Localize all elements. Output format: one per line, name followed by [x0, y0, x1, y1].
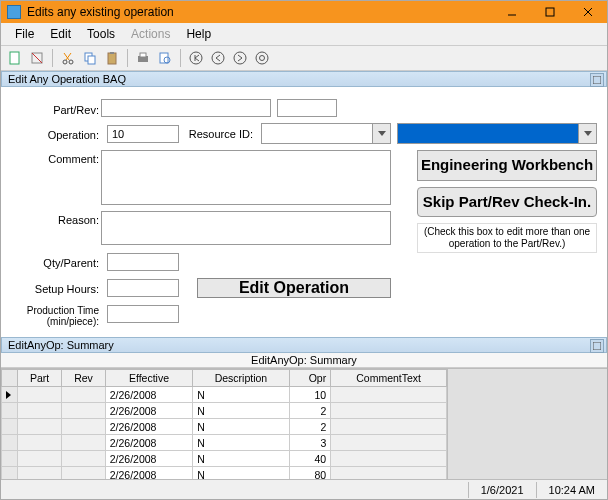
table-row[interactable]: 2/26/2008N2 — [2, 419, 447, 435]
cell[interactable]: 2/26/2008 — [105, 435, 192, 451]
comment-field[interactable] — [101, 150, 391, 205]
cell[interactable]: 3 — [289, 435, 331, 451]
paste-icon[interactable] — [102, 48, 122, 68]
status-date: 1/6/2021 — [468, 482, 536, 498]
cell[interactable] — [62, 467, 105, 480]
cell[interactable]: N — [193, 403, 290, 419]
nav-first-icon[interactable] — [186, 48, 206, 68]
cell[interactable]: N — [193, 451, 290, 467]
col-effective[interactable]: Effective — [105, 370, 192, 387]
close-button[interactable] — [569, 1, 607, 23]
table-row[interactable]: 2/26/2008N2 — [2, 403, 447, 419]
chevron-down-icon[interactable] — [372, 124, 390, 143]
cell[interactable]: N — [193, 467, 290, 480]
skip-checkin-button[interactable]: Skip Part/Rev Check-In. — [417, 187, 597, 218]
row-selector[interactable] — [2, 387, 18, 403]
cell[interactable]: 80 — [289, 467, 331, 480]
setup-hours-field[interactable] — [107, 279, 179, 297]
menu-tools[interactable]: Tools — [79, 25, 123, 43]
col-part[interactable]: Part — [18, 370, 62, 387]
edit-operation-button[interactable]: Edit Operation — [197, 278, 391, 298]
cell[interactable] — [331, 387, 447, 403]
engineering-workbench-button[interactable]: Engineering Workbench — [417, 150, 597, 181]
table-row[interactable]: 2/26/2008N80 — [2, 467, 447, 480]
cell[interactable]: 40 — [289, 451, 331, 467]
cell[interactable] — [18, 451, 62, 467]
cell[interactable] — [18, 419, 62, 435]
rev-field[interactable] — [277, 99, 337, 117]
cell[interactable] — [331, 419, 447, 435]
cut-icon[interactable] — [58, 48, 78, 68]
cell[interactable] — [62, 387, 105, 403]
row-selector[interactable] — [2, 435, 18, 451]
nav-back-icon[interactable] — [208, 48, 228, 68]
label-setup-hours: Setup Hours: — [11, 280, 101, 295]
cell[interactable]: 2/26/2008 — [105, 419, 192, 435]
cell[interactable]: 2/26/2008 — [105, 467, 192, 480]
summary-grid[interactable]: Part Rev Effective Description Opr Comme… — [1, 369, 447, 479]
reason-field[interactable] — [101, 211, 391, 245]
col-description[interactable]: Description — [193, 370, 290, 387]
cell[interactable] — [18, 387, 62, 403]
section-collapse-icon[interactable] — [590, 73, 604, 87]
cell[interactable] — [331, 435, 447, 451]
menu-actions[interactable]: Actions — [123, 25, 178, 43]
label-reason: Reason: — [11, 211, 101, 245]
cell[interactable] — [331, 467, 447, 480]
prod-time-field[interactable] — [107, 305, 179, 323]
svg-rect-1 — [546, 8, 554, 16]
cell[interactable]: 2/26/2008 — [105, 403, 192, 419]
cell[interactable] — [62, 403, 105, 419]
row-selector[interactable] — [2, 451, 18, 467]
cell[interactable]: 2 — [289, 419, 331, 435]
cell[interactable] — [62, 419, 105, 435]
cell[interactable] — [18, 467, 62, 480]
svg-line-6 — [32, 53, 42, 63]
table-row[interactable]: 2/26/2008N10 — [2, 387, 447, 403]
cell[interactable] — [331, 403, 447, 419]
row-selector[interactable] — [2, 419, 18, 435]
cell[interactable] — [18, 435, 62, 451]
table-row[interactable]: 2/26/2008N3 — [2, 435, 447, 451]
cell[interactable]: N — [193, 387, 290, 403]
resource-extra-combo[interactable] — [397, 123, 597, 144]
cell[interactable] — [62, 451, 105, 467]
maximize-button[interactable] — [531, 1, 569, 23]
cell[interactable] — [62, 435, 105, 451]
cell[interactable]: N — [193, 435, 290, 451]
section-collapse-icon[interactable] — [590, 339, 604, 353]
label-resource-id: Resource ID: — [185, 128, 255, 140]
cell[interactable]: 2 — [289, 403, 331, 419]
col-comment-text[interactable]: CommentText — [331, 370, 447, 387]
cell[interactable] — [18, 403, 62, 419]
part-field[interactable] — [101, 99, 271, 117]
resource-id-combo[interactable] — [261, 123, 391, 144]
cell[interactable] — [331, 451, 447, 467]
cell[interactable]: 2/26/2008 — [105, 451, 192, 467]
table-row[interactable]: 2/26/2008N40 — [2, 451, 447, 467]
nav-last-icon[interactable] — [252, 48, 272, 68]
row-selector[interactable] — [2, 467, 18, 480]
app-icon — [7, 5, 21, 19]
cell[interactable]: 2/26/2008 — [105, 387, 192, 403]
copy-icon[interactable] — [80, 48, 100, 68]
preview-icon[interactable] — [155, 48, 175, 68]
cell[interactable]: 10 — [289, 387, 331, 403]
col-opr[interactable]: Opr — [289, 370, 331, 387]
chevron-down-icon[interactable] — [578, 124, 596, 143]
clear-icon[interactable] — [27, 48, 47, 68]
row-selector[interactable] — [2, 403, 18, 419]
svg-point-20 — [212, 52, 224, 64]
menu-file[interactable]: File — [7, 25, 42, 43]
minimize-button[interactable] — [493, 1, 531, 23]
menu-help[interactable]: Help — [178, 25, 219, 43]
print-icon[interactable] — [133, 48, 153, 68]
cell[interactable]: N — [193, 419, 290, 435]
col-rev[interactable]: Rev — [62, 370, 105, 387]
menu-edit[interactable]: Edit — [42, 25, 79, 43]
nav-forward-icon[interactable] — [230, 48, 250, 68]
operation-field[interactable] — [107, 125, 179, 143]
new-icon[interactable] — [5, 48, 25, 68]
summary-title: EditAnyOp: Summary — [1, 353, 607, 368]
qty-parent-field[interactable] — [107, 253, 179, 271]
